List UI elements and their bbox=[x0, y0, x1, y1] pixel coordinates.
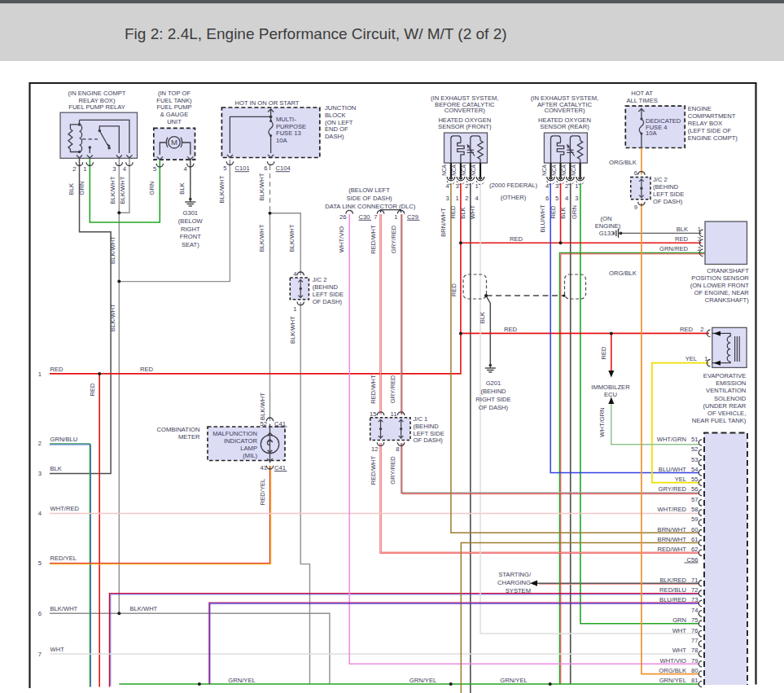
svg-text:BLK/WHT: BLK/WHT bbox=[130, 605, 158, 612]
svg-text:1: 1 bbox=[698, 226, 701, 233]
svg-text:OF DASH): OF DASH) bbox=[313, 298, 343, 305]
svg-text:(ON: (ON bbox=[601, 215, 612, 222]
svg-text:BLK: BLK bbox=[677, 226, 688, 233]
svg-text:9: 9 bbox=[634, 204, 637, 211]
svg-text:57: 57 bbox=[691, 496, 698, 503]
svg-text:IMMOBILZER: IMMOBILZER bbox=[591, 384, 630, 391]
svg-text:C41: C41 bbox=[274, 420, 286, 428]
svg-text:GRN: GRN bbox=[571, 205, 578, 219]
svg-text:ENGINE: ENGINE bbox=[688, 105, 712, 112]
svg-text:RED: RED bbox=[504, 326, 518, 333]
svg-text:BLK/WHT: BLK/WHT bbox=[218, 175, 226, 203]
svg-text:51: 51 bbox=[691, 436, 698, 443]
svg-text:LEFT SIDE: LEFT SIDE bbox=[653, 191, 684, 198]
svg-text:(BELOW LEFT: (BELOW LEFT bbox=[348, 186, 390, 194]
svg-text:59: 59 bbox=[691, 515, 698, 523]
svg-text:4: 4 bbox=[545, 182, 549, 190]
svg-text:INDICATOR: INDICATOR bbox=[224, 437, 258, 445]
svg-text:4: 4 bbox=[565, 195, 568, 202]
svg-text:OF DASH): OF DASH) bbox=[414, 436, 444, 444]
svg-text:4: 4 bbox=[293, 270, 296, 278]
svg-text:BRN/WHT: BRN/WHT bbox=[658, 526, 687, 533]
svg-text:NCA: NCA bbox=[461, 164, 466, 176]
svg-text:J/C 2: J/C 2 bbox=[313, 276, 327, 283]
svg-text:C101: C101 bbox=[235, 164, 250, 172]
svg-text:MALFUNCTION: MALFUNCTION bbox=[212, 430, 257, 437]
svg-text:6: 6 bbox=[264, 164, 267, 172]
svg-text:NEAR FUEL TANK): NEAR FUEL TANK) bbox=[692, 417, 747, 424]
svg-text:2: 2 bbox=[72, 165, 76, 173]
svg-text:GRN/RED: GRN/RED bbox=[659, 245, 689, 252]
svg-text:26: 26 bbox=[339, 213, 346, 221]
svg-text:58: 58 bbox=[691, 506, 698, 513]
svg-text:MULTI-: MULTI- bbox=[276, 116, 296, 123]
svg-text:COMPARTMENT: COMPARTMENT bbox=[688, 112, 736, 120]
svg-text:BLK/WHT: BLK/WHT bbox=[50, 605, 78, 612]
svg-text:ALL TIMES: ALL TIMES bbox=[626, 97, 657, 104]
svg-text:74: 74 bbox=[691, 607, 698, 614]
svg-text:ENGINE COMPT): ENGINE COMPT) bbox=[688, 134, 738, 142]
svg-text:UNIT: UNIT bbox=[167, 118, 182, 125]
svg-text:OF ENGINE, NEAR: OF ENGINE, NEAR bbox=[694, 289, 750, 296]
svg-text:79: 79 bbox=[691, 657, 698, 664]
svg-text:G201: G201 bbox=[486, 379, 501, 387]
svg-text:C56: C56 bbox=[687, 556, 699, 564]
svg-text:BLU/WHT: BLU/WHT bbox=[539, 204, 546, 233]
svg-text:RED/BLU: RED/BLU bbox=[659, 586, 686, 594]
svg-text:FUEL PUMP: FUEL PUMP bbox=[156, 103, 191, 111]
svg-text:(IN ENGINE COMPT: (IN ENGINE COMPT bbox=[68, 90, 126, 97]
svg-text:RED/WHT: RED/WHT bbox=[370, 225, 377, 254]
svg-text:DATA LINK CONNECTOR (DLC): DATA LINK CONNECTOR (DLC) bbox=[325, 203, 415, 210]
svg-text:RED: RED bbox=[550, 205, 557, 219]
svg-text:ORG/BLK: ORG/BLK bbox=[609, 159, 637, 166]
svg-text:CRANKSHAFT: CRANKSHAFT bbox=[707, 267, 749, 274]
svg-text:EMISSION: EMISSION bbox=[716, 379, 746, 387]
svg-text:7: 7 bbox=[38, 651, 42, 658]
svg-text:ECU: ECU bbox=[604, 391, 617, 398]
svg-text:GRY/RED: GRY/RED bbox=[659, 485, 687, 493]
svg-text:RED: RED bbox=[140, 366, 154, 373]
svg-text:3: 3 bbox=[445, 195, 449, 202]
svg-text:WHT/RED: WHT/RED bbox=[658, 506, 687, 513]
svg-text:RED: RED bbox=[50, 366, 64, 373]
svg-text:(BEHIND: (BEHIND bbox=[480, 388, 506, 395]
svg-text:YEL: YEL bbox=[675, 476, 686, 483]
svg-text:RED: RED bbox=[510, 235, 523, 243]
svg-text:LEFT SIDE: LEFT SIDE bbox=[414, 430, 445, 437]
svg-text:LAMP: LAMP bbox=[240, 445, 257, 452]
svg-text:54: 54 bbox=[691, 466, 698, 473]
svg-text:RELAY BOX: RELAY BOX bbox=[688, 120, 722, 127]
svg-text:61: 61 bbox=[691, 536, 698, 543]
svg-text:CONVERTER): CONVERTER) bbox=[544, 107, 585, 114]
svg-text:NCA: NCA bbox=[441, 164, 447, 176]
svg-text:1: 1 bbox=[475, 182, 479, 190]
svg-text:(BEHIND: (BEHIND bbox=[313, 283, 339, 291]
svg-text:VENTILATION: VENTILATION bbox=[706, 387, 746, 394]
svg-text:73: 73 bbox=[691, 596, 698, 603]
svg-text:OF DASH): OF DASH) bbox=[479, 404, 509, 411]
svg-text:3: 3 bbox=[698, 235, 701, 243]
svg-text:CHARGING: CHARGING bbox=[497, 579, 531, 586]
svg-text:BLK/WHT: BLK/WHT bbox=[259, 393, 266, 420]
svg-text:75: 75 bbox=[691, 616, 698, 624]
svg-text:7: 7 bbox=[374, 213, 377, 221]
svg-text:RED: RED bbox=[450, 283, 458, 296]
svg-text:GRN: GRN bbox=[148, 182, 155, 195]
svg-text:LEFT SIDE: LEFT SIDE bbox=[313, 291, 344, 298]
svg-text:(ON LEFT: (ON LEFT bbox=[325, 119, 353, 126]
svg-text:FUEL PUMP RELAY: FUEL PUMP RELAY bbox=[68, 103, 125, 111]
svg-text:8: 8 bbox=[396, 445, 399, 453]
svg-text:BLK: BLK bbox=[559, 207, 567, 218]
svg-text:END OF: END OF bbox=[325, 125, 348, 133]
svg-text:BLK/WHT: BLK/WHT bbox=[109, 236, 116, 264]
svg-text:JUNCTION: JUNCTION bbox=[325, 104, 356, 112]
svg-text:C41: C41 bbox=[274, 464, 286, 472]
svg-text:1: 1 bbox=[83, 165, 86, 173]
svg-text:81: 81 bbox=[691, 677, 698, 684]
svg-text:HOT IN ON OR START: HOT IN ON OR START bbox=[235, 99, 300, 107]
svg-text:55: 55 bbox=[691, 476, 698, 483]
svg-text:NCA: NCA bbox=[471, 164, 476, 176]
svg-text:GRN: GRN bbox=[78, 182, 85, 195]
svg-text:(IN TOP OF: (IN TOP OF bbox=[158, 90, 191, 97]
svg-text:J/C 2: J/C 2 bbox=[653, 176, 668, 183]
